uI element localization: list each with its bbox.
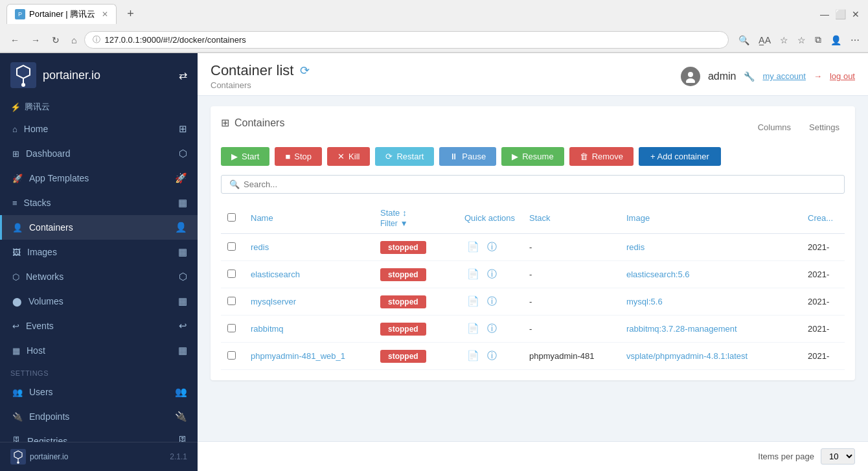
image-link[interactable]: rabbitmq:3.7.28-management <box>626 324 737 334</box>
minimize-btn[interactable]: — <box>819 8 830 20</box>
items-per-page-select[interactable]: 10 25 50 <box>821 448 855 465</box>
sidebar-item-images[interactable]: 🖼 Images ▦ <box>0 240 198 264</box>
tab-close-btn[interactable]: ✕ <box>102 10 108 19</box>
images-nav-icon: ▦ <box>178 246 187 258</box>
maximize-btn[interactable]: ⬜ <box>834 8 846 20</box>
sidebar-item-home[interactable]: ⌂ Home ⊞ <box>0 117 198 141</box>
sidebar-item-app-templates[interactable]: 🚀 App Templates 🚀 <box>0 166 198 190</box>
quick-action-inspect-btn[interactable]: ⓘ <box>485 349 499 363</box>
row-checkbox-cell <box>221 288 244 316</box>
image-link[interactable]: mysql:5.6 <box>626 297 663 306</box>
sidebar-item-volumes[interactable]: ⬤ Volumes ▦ <box>0 289 198 314</box>
home-nav-btn[interactable]: ⌂ <box>67 32 80 48</box>
container-name-link[interactable]: rabbitmq <box>251 324 284 334</box>
sidebar-version: 2.1.1 <box>170 452 187 461</box>
image-link[interactable]: redis <box>626 242 645 252</box>
sidebar-pin-btn[interactable]: ⇄ <box>179 69 187 82</box>
remove-btn[interactable]: 🗑 Remove <box>569 147 634 166</box>
new-tab-btn[interactable]: + <box>122 5 139 23</box>
quick-action-inspect-btn[interactable]: ⓘ <box>485 321 499 336</box>
sidebar-item-dashboard[interactable]: ⊞ Dashboard ⬡ <box>0 141 198 166</box>
favorites-btn[interactable]: ☆ <box>778 32 790 47</box>
sidebar-item-host-label: Host <box>27 345 45 356</box>
search-input[interactable] <box>244 179 836 189</box>
start-btn[interactable]: ▶ Start <box>221 147 269 166</box>
logo-text: portainer.io <box>43 69 100 82</box>
sidebar: portainer.io ⇄ ⚡ 腾讯云 ⌂ Home ⊞ ⊞ Dashboar… <box>0 53 198 471</box>
created-sort-link[interactable]: Crea... <box>808 213 838 223</box>
stop-btn[interactable]: ■ Stop <box>275 147 322 166</box>
sidebar-item-containers[interactable]: 👤 Containers 👤 <box>0 215 198 240</box>
table-head: Name State ↕ Filte <box>221 203 845 234</box>
section-title: ⊞ Containers <box>221 117 284 129</box>
pause-btn[interactable]: ⏸ Pause <box>439 147 496 166</box>
row-checkbox[interactable] <box>227 242 236 251</box>
back-btn[interactable]: ← <box>6 32 23 48</box>
items-per-page-label: Items per page <box>758 452 814 461</box>
sidebar-item-endpoints[interactable]: 🔌 Endpoints 🔌 <box>0 404 198 429</box>
refresh-icon[interactable]: ⟳ <box>300 63 310 78</box>
select-all-checkbox[interactable] <box>227 213 236 222</box>
resume-btn[interactable]: ▶ Resume <box>501 147 564 166</box>
sidebar-item-networks[interactable]: ⬡ Networks ⬡ <box>0 264 198 289</box>
quick-action-inspect-btn[interactable]: ⓘ <box>485 267 499 282</box>
row-checkbox[interactable] <box>227 297 236 305</box>
add-container-btn[interactable]: + Add container <box>639 147 721 166</box>
refresh-btn[interactable]: ↻ <box>48 32 63 48</box>
row-checkbox[interactable] <box>227 351 236 360</box>
profile-btn[interactable]: 👤 <box>828 32 843 47</box>
reader-btn[interactable]: A̲A <box>757 32 773 47</box>
row-image-cell: redis <box>620 234 801 261</box>
name-sort-link[interactable]: Name <box>251 213 367 223</box>
log-out-link[interactable]: log out <box>830 71 855 81</box>
browser-tab[interactable]: P Portainer | 腾讯云 ✕ <box>6 4 117 24</box>
address-bar[interactable]: ⓘ 127.0.0.1:9000/#!/2/docker/containers <box>84 31 728 49</box>
content-area: ⊞ Containers Columns Settings ▶ Start <box>198 96 868 441</box>
stop-icon: ■ <box>285 152 290 161</box>
container-name-link[interactable]: elasticsearch <box>251 270 300 279</box>
pagination-bar: Items per page 10 25 50 <box>198 441 868 471</box>
sidebar-nav: ⌂ Home ⊞ ⊞ Dashboard ⬡ 🚀 App Templates 🚀… <box>0 117 198 442</box>
quick-action-logs-btn[interactable]: 📄 <box>464 349 482 363</box>
row-checkbox[interactable] <box>227 270 236 278</box>
search-nav-btn[interactable]: 🔍 <box>737 32 751 47</box>
sidebar-item-host[interactable]: ▦ Host ▦ <box>0 338 198 363</box>
stack-sort-link[interactable]: Stack <box>529 213 613 223</box>
user-avatar <box>681 67 700 86</box>
quick-action-logs-btn[interactable]: 📄 <box>464 321 482 336</box>
images-icon: 🖼 <box>12 247 21 257</box>
forward-btn[interactable]: → <box>27 32 44 48</box>
sidebar-item-stacks[interactable]: ≡ Stacks ▦ <box>0 190 198 215</box>
my-account-link[interactable]: my account <box>762 71 805 81</box>
image-link[interactable]: elasticsearch:5.6 <box>626 270 690 279</box>
row-checkbox[interactable] <box>227 324 236 332</box>
kill-btn[interactable]: ✕ Kill <box>327 147 370 166</box>
settings-btn[interactable]: Settings <box>804 120 845 135</box>
sidebar-item-events[interactable]: ↩ Events ↩ <box>0 314 198 338</box>
header-user-area: admin 🔧 my account → log out <box>681 67 855 86</box>
restart-btn[interactable]: ⟳ Restart <box>375 147 434 166</box>
kill-label: Kill <box>348 152 360 161</box>
close-btn[interactable]: ✕ <box>850 8 862 20</box>
image-link[interactable]: vsplate/phpmyadmin-4.8.1:latest <box>626 351 748 361</box>
collections-btn[interactable]: ⧉ <box>813 32 823 47</box>
dashboard-nav-icon: ⬡ <box>179 148 187 159</box>
quick-action-logs-btn[interactable]: 📄 <box>464 294 482 308</box>
favorites-bar-btn[interactable]: ☆ <box>795 32 808 47</box>
quick-action-inspect-btn[interactable]: ⓘ <box>485 294 499 309</box>
container-name-link[interactable]: mysqlserver <box>251 297 296 306</box>
image-sort-link[interactable]: Image <box>626 213 795 223</box>
quick-action-logs-btn[interactable]: 📄 <box>464 240 482 254</box>
sidebar-item-registries[interactable]: 🗄 Registries 🗄 <box>0 429 198 442</box>
container-name-link[interactable]: redis <box>251 242 269 252</box>
title-bar: P Portainer | 腾讯云 ✕ + — ⬜ ✕ <box>0 0 868 28</box>
more-btn[interactable]: ⋯ <box>849 32 862 47</box>
sidebar-item-users[interactable]: 👥 Users 👥 <box>0 380 198 404</box>
state-sort-link[interactable]: State ↕ <box>380 208 451 218</box>
filter-icon[interactable]: ▼ <box>400 219 408 228</box>
columns-btn[interactable]: Columns <box>753 120 796 135</box>
container-name-link[interactable]: phpmyadmin-481_web_1 <box>251 351 345 361</box>
quick-action-inspect-btn[interactable]: ⓘ <box>485 240 499 255</box>
table-row: redis stopped 📄 ⓘ - redis 2021- <box>221 234 845 261</box>
quick-action-logs-btn[interactable]: 📄 <box>464 267 482 281</box>
